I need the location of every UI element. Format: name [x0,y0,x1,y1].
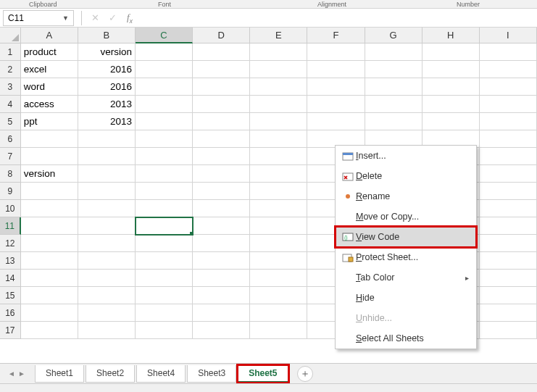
cell-B12[interactable] [78,235,136,252]
menu-item-hide[interactable]: Hide [336,288,476,308]
cell-I13[interactable] [480,252,537,270]
cell-B11[interactable] [78,217,136,235]
sheet-tab-sheet3[interactable]: Sheet3 [187,365,236,383]
cell-C1[interactable] [136,43,193,61]
cell-B17[interactable] [78,322,136,339]
cell-B8[interactable] [78,165,136,183]
cell-B13[interactable] [78,252,136,270]
cell-I7[interactable] [480,148,537,165]
col-header-I[interactable]: I [480,28,537,43]
cell-E11[interactable] [250,217,307,235]
cell-B16[interactable] [78,304,136,322]
menu-item-move-or-copy[interactable]: Move or Copy... [336,207,476,227]
cell-F5[interactable] [307,113,365,130]
cell-D12[interactable] [193,235,250,252]
col-header-C[interactable]: C [136,28,193,43]
row-header-7[interactable]: 7 [0,148,21,165]
row-header-12[interactable]: 12 [0,235,21,252]
cell-C8[interactable] [136,165,193,183]
cell-I4[interactable] [480,96,537,113]
row-header-15[interactable]: 15 [0,287,21,304]
cell-E16[interactable] [250,304,307,322]
col-header-H[interactable]: H [422,28,480,43]
cell-A3[interactable]: word [21,78,78,96]
cell-F2[interactable] [307,61,365,78]
cell-C4[interactable] [136,96,193,113]
row-header-13[interactable]: 13 [0,252,21,270]
cell-I17[interactable] [480,322,537,339]
cell-E4[interactable] [250,96,307,113]
cell-A2[interactable]: excel [21,61,78,78]
select-all-corner[interactable] [0,28,21,43]
cell-A4[interactable]: access [21,96,78,113]
row-header-4[interactable]: 4 [0,96,21,113]
cell-B7[interactable] [78,148,136,165]
cell-I11[interactable] [480,217,537,235]
menu-item-select-all-sheets[interactable]: Select All Sheets [336,328,476,349]
cell-A5[interactable]: ppt [21,113,78,130]
cell-C9[interactable] [136,183,193,200]
cell-I8[interactable] [480,165,537,183]
cell-C3[interactable] [136,78,193,96]
cell-I9[interactable] [480,183,537,200]
col-header-A[interactable]: A [21,28,78,43]
row-header-8[interactable]: 8 [0,165,21,183]
formula-input[interactable] [138,10,537,26]
cell-D6[interactable] [193,130,250,148]
cell-H2[interactable] [422,61,480,78]
cell-C12[interactable] [136,235,193,252]
menu-item-insert[interactable]: Insert... [336,146,476,166]
cell-E8[interactable] [250,165,307,183]
cell-A7[interactable] [21,148,78,165]
cell-D8[interactable] [193,165,250,183]
tab-nav[interactable]: ◄ ► [0,370,33,378]
cell-D9[interactable] [193,183,250,200]
cell-C10[interactable] [136,200,193,217]
cell-C14[interactable] [136,270,193,287]
col-header-F[interactable]: F [307,28,365,43]
cell-E5[interactable] [250,113,307,130]
cell-D2[interactable] [193,61,250,78]
row-header-16[interactable]: 16 [0,304,21,322]
cell-E15[interactable] [250,287,307,304]
cell-A17[interactable] [21,322,78,339]
cell-A1[interactable]: product [21,43,78,61]
cell-H1[interactable] [422,43,480,61]
cell-A10[interactable] [21,200,78,217]
fx-icon[interactable]: fx [121,10,138,26]
cell-A12[interactable] [21,235,78,252]
cell-A16[interactable] [21,304,78,322]
cell-E3[interactable] [250,78,307,96]
row-header-10[interactable]: 10 [0,200,21,217]
cell-H3[interactable] [422,78,480,96]
cell-C7[interactable] [136,148,193,165]
menu-item-tab-color[interactable]: Tab Color [336,267,476,288]
cell-A15[interactable] [21,287,78,304]
cell-E13[interactable] [250,252,307,270]
cell-E2[interactable] [250,61,307,78]
cell-B1[interactable]: version [78,43,136,61]
menu-item-protect-sheet[interactable]: Protect Sheet... [336,247,476,267]
col-header-B[interactable]: B [78,28,136,43]
cell-C13[interactable] [136,252,193,270]
cell-D16[interactable] [193,304,250,322]
cell-I2[interactable] [480,61,537,78]
cell-E9[interactable] [250,183,307,200]
row-header-3[interactable]: 3 [0,78,21,96]
sheet-tab-sheet2[interactable]: Sheet2 [86,365,135,383]
cell-H4[interactable] [422,96,480,113]
cell-C2[interactable] [136,61,193,78]
sheet-tab-sheet5[interactable]: Sheet5 [238,365,288,383]
menu-item-rename[interactable]: Rename [336,186,476,207]
row-header-11[interactable]: 11 [0,217,21,235]
cell-I1[interactable] [480,43,537,61]
cell-D14[interactable] [193,270,250,287]
menu-item-delete[interactable]: Delete [336,166,476,186]
cell-C6[interactable] [136,130,193,148]
name-box[interactable]: C11 ▼ [3,10,74,26]
cell-I15[interactable] [480,287,537,304]
cell-B4[interactable]: 2013 [78,96,136,113]
chevron-down-icon[interactable]: ▼ [62,14,69,22]
menu-item-view-code[interactable]: {}View Code [336,227,476,247]
cell-E12[interactable] [250,235,307,252]
